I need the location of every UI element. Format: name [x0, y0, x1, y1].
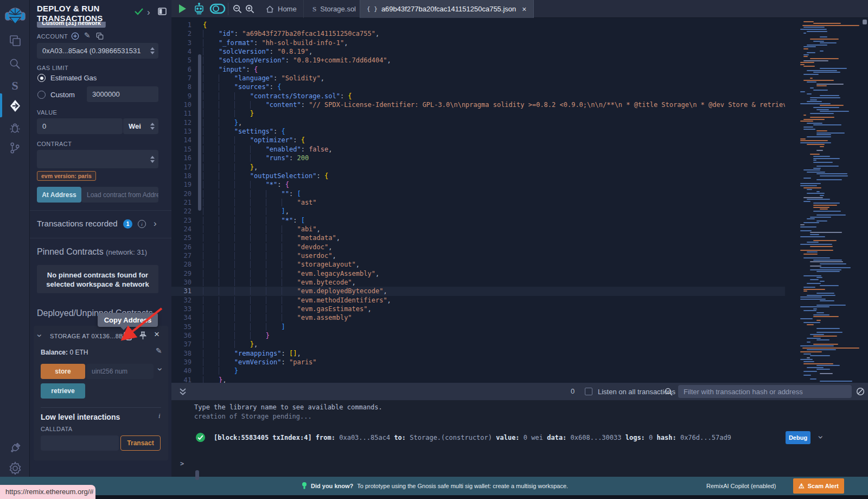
run-script-icon[interactable]	[179, 4, 186, 13]
code-line: 29 "evm.legacyAssembly",	[171, 269, 785, 278]
copilot-toggle-icon[interactable]	[209, 3, 226, 14]
solidity-file-icon: S	[312, 5, 316, 14]
debug-button[interactable]: Debug	[786, 431, 810, 444]
zoom-in-icon[interactable]	[245, 4, 255, 14]
retrieve-button[interactable]: retrieve	[41, 383, 85, 399]
code-line: 20 "": [	[171, 190, 785, 198]
account-select[interactable]: 0xA03...85ac4 (0.39866531531	[37, 43, 158, 59]
settings-gear-icon[interactable]	[0, 457, 30, 479]
calldata-input[interactable]	[41, 435, 119, 451]
edit-account-icon[interactable]: ✎	[84, 31, 91, 40]
git-icon[interactable]	[0, 137, 30, 159]
estimated-gas-label: Estimated Gas	[50, 74, 97, 82]
tab-storage-sol[interactable]: S Storage.sol	[306, 0, 363, 18]
deploy-run-panel: DEPLOY & RUN TRANSACTIONS › Custom (31) …	[30, 0, 171, 477]
did-you-know-tip: Did you know? To prototype using the Gno…	[302, 482, 568, 490]
at-address-input[interactable]: Load contract from Addre	[81, 187, 158, 203]
low-level-info-icon[interactable]: i	[158, 412, 161, 420]
code-line: 3 "_format": "hh-sol-build-info-1",	[171, 39, 785, 47]
scam-alert-button[interactable]: ⚠ Scam Alert	[793, 478, 844, 494]
value-unit-select[interactable]: Wei	[123, 118, 158, 134]
value-input[interactable]: 0	[37, 118, 123, 134]
clear-console-icon[interactable]	[856, 387, 865, 396]
code-line: 1{	[171, 21, 785, 29]
code-line: 16 "runs": 200	[171, 154, 785, 162]
terminal-prompt: >	[180, 460, 184, 468]
code-line: 2 "id": "a69b43f277ba20fcac141151250ca75…	[171, 29, 785, 38]
code-editor[interactable]: 1{2 "id": "a69b43f277ba20fcac141151250ca…	[171, 18, 785, 383]
estimated-gas-radio[interactable]	[37, 74, 46, 82]
plugin-manager-icon[interactable]	[0, 437, 30, 459]
code-line: 41 },	[171, 376, 785, 383]
listen-all-checkbox[interactable]	[585, 388, 592, 395]
transactions-info-icon[interactable]: i	[138, 220, 146, 228]
expand-store-chevron[interactable]: ›	[155, 368, 165, 371]
code-line: 5 "solcLongVersion": "0.8.19+commit.7dd6…	[171, 56, 785, 65]
remix-ide-window: S DEPLOY & RUN TRANSACTIONS › Custom (31…	[0, 0, 868, 499]
code-line: 33 "evm.gasEstimates",	[171, 305, 785, 313]
low-level-title: Low level interactions	[41, 413, 120, 421]
terminal-output[interactable]: Type the library name to see available c…	[171, 400, 868, 477]
terminal-badge-count: 0	[571, 387, 575, 395]
status-bar: Did you know? To prototype using the Gno…	[0, 477, 868, 495]
zoom-out-icon[interactable]	[232, 4, 242, 14]
editor-toolbar: Home S Storage.sol { } a69b43f277ba20fca…	[171, 0, 868, 18]
pin-panel-icon[interactable]	[158, 8, 167, 15]
code-line: 35 ]	[171, 323, 785, 331]
copilot-status: RemixAI Copilot (enabled)	[706, 483, 776, 489]
terminal-search-icon[interactable]	[664, 387, 673, 396]
transaction-filter-input[interactable]	[678, 385, 852, 398]
icon-rail: S	[0, 0, 30, 477]
transact-button[interactable]: Transact	[120, 435, 161, 451]
tab-build-info-json[interactable]: { } a69b43f277ba20fcac141151250ca755.jso…	[360, 0, 534, 18]
expand-log-chevron[interactable]: ›	[815, 434, 826, 440]
solidity-compiler-icon[interactable]: S	[0, 75, 30, 97]
collapse-terminal-icon[interactable]	[179, 388, 187, 396]
compile-check-icon	[134, 8, 144, 15]
transaction-log-line[interactable]: [block:5583405 txIndex:4] from: 0xa03...…	[214, 434, 778, 441]
debugger-icon[interactable]	[0, 117, 30, 138]
code-line: 8 "sources": {	[171, 83, 785, 91]
code-line: 39 "evmVersion": "paris"	[171, 358, 785, 367]
no-pinned-contracts-card: No pinned contracts found for selected w…	[37, 265, 158, 293]
code-line: 13 "settings": {	[171, 127, 785, 136]
chevron-right-icon[interactable]: ›	[147, 7, 150, 18]
remove-contract-icon[interactable]: ×	[154, 329, 159, 340]
panel-scrollbar[interactable]	[198, 54, 201, 211]
code-line: 38 "remappings": [],	[171, 349, 785, 358]
add-account-icon[interactable]	[71, 32, 79, 40]
custom-gas-input[interactable]: 3000000	[87, 86, 158, 102]
tab-home[interactable]: Home	[259, 0, 304, 18]
deploy-run-icon[interactable]	[0, 95, 30, 117]
code-line: 36 }	[171, 331, 785, 340]
remix-logo-icon[interactable]	[0, 2, 30, 30]
account-label: ACCOUNT	[37, 33, 68, 40]
store-button[interactable]: store	[41, 364, 85, 379]
code-line: 12 },	[171, 118, 785, 127]
panel-title: DEPLOY & RUN TRANSACTIONS	[37, 4, 135, 23]
code-line: 34 "evm.assembly"	[171, 313, 785, 322]
code-line: 28 "storageLayout",	[171, 260, 785, 269]
remixai-robot-icon[interactable]	[193, 3, 205, 15]
file-explorer-icon[interactable]	[0, 30, 30, 52]
code-line: 37 },	[171, 340, 785, 349]
pin-contract-icon[interactable]	[139, 331, 147, 340]
minimap[interactable]	[800, 19, 861, 383]
store-arg-input[interactable]: uint256 num	[86, 364, 154, 379]
custom-gas-radio[interactable]	[37, 91, 46, 99]
transactions-expand-chevron[interactable]: ›	[154, 218, 157, 229]
code-line: 26 "devdoc",	[171, 243, 785, 251]
panel-scrollbar-bottom[interactable]	[195, 470, 199, 480]
at-address-button[interactable]: At Address	[37, 187, 81, 203]
lightbulb-icon	[302, 482, 307, 490]
code-line: 27 "userdoc",	[171, 251, 785, 260]
contract-select[interactable]	[37, 150, 158, 168]
close-tab-icon[interactable]: ×	[522, 5, 526, 14]
collapse-contract-chevron[interactable]: ›	[34, 334, 45, 337]
copy-account-icon[interactable]	[96, 32, 104, 40]
deployed-contract-card: › STORAGE AT 0X136...8B78 × Balance: 0 E…	[34, 326, 168, 460]
search-icon[interactable]	[0, 53, 30, 74]
edit-balance-icon[interactable]: ✎	[156, 346, 162, 355]
code-line: 19 "*": {	[171, 180, 785, 189]
editor-scrollbar-thumb[interactable]	[863, 20, 867, 24]
